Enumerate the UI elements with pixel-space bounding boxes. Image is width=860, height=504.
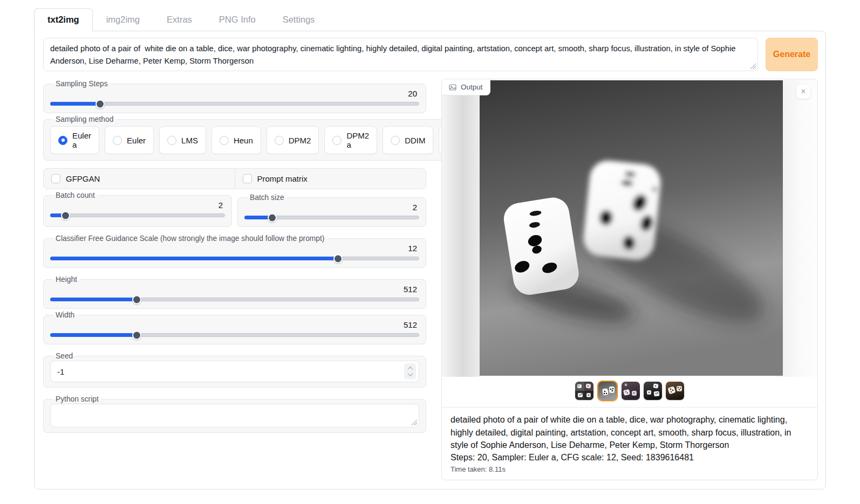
width-slider[interactable] [50, 330, 419, 339]
slider-thumb[interactable] [268, 213, 277, 222]
slider-fill [50, 102, 100, 106]
radio-label: DDIM [405, 136, 425, 145]
height-slider[interactable] [50, 295, 419, 303]
caption-time-taken: Time taken: 8.11s [451, 465, 809, 473]
radio-ddim[interactable]: DDIM [383, 126, 433, 154]
sampling-steps-value: 20 [50, 88, 419, 99]
slider-thumb[interactable] [333, 254, 343, 263]
generation-info: detailed photo of a pair of white die on… [442, 408, 817, 480]
gallery-left-blur [442, 80, 480, 377]
radio-label: Euler a [72, 131, 91, 149]
sampling-group: Sampling Steps 20 Sampling method [43, 80, 426, 161]
batch-count-label: Batch count [52, 191, 98, 199]
python-script-label: Python script [52, 395, 102, 403]
close-gallery-button[interactable]: × [796, 85, 810, 99]
checkbox-icon[interactable] [243, 174, 252, 183]
radio-icon [113, 136, 122, 145]
radio-label: Heun [234, 136, 253, 145]
batch-count-slider[interactable] [50, 211, 225, 219]
output-panel: Output × [441, 79, 818, 480]
width-value: 512 [50, 320, 419, 330]
cfg-scale-value: 12 [50, 243, 419, 254]
batch-size-label: Batch size [247, 194, 288, 202]
tab-extras[interactable]: Extras [153, 8, 206, 31]
radio-euler[interactable]: Euler [105, 126, 154, 154]
gallery-thumbnails [442, 377, 817, 407]
gallery-thumbnail-3[interactable] [622, 382, 640, 400]
batch-size-group: Batch size 2 [237, 194, 426, 227]
stable-diffusion-webui: txt2img img2img Extras PNG Info Settings… [0, 0, 860, 489]
slider-fill [50, 213, 66, 217]
radio-label: LMS [181, 136, 198, 145]
width-group: Width 512 [43, 311, 426, 344]
radio-icon [332, 136, 342, 145]
prompt-matrix-checkbox[interactable]: Prompt matrix [235, 169, 426, 189]
gallery-thumbnail-5[interactable] [666, 382, 684, 400]
gfpgan-checkbox[interactable]: GFPGAN [44, 169, 235, 189]
python-script-group: Python script [43, 395, 426, 433]
height-value: 512 [50, 284, 419, 295]
radio-dpm2[interactable]: DPM2 [267, 126, 319, 154]
gallery-thumbnail-1[interactable] [575, 382, 593, 400]
batch-count-group: Batch count 2 [43, 191, 232, 227]
sampling-steps-group: Sampling Steps 20 [43, 80, 426, 113]
seed-group: Seed [43, 352, 426, 388]
slider-track[interactable] [50, 102, 419, 106]
radio-icon [220, 136, 229, 145]
seed-group-wrap: Seed [43, 352, 426, 388]
caption-prompt: detailed photo of a pair of white die on… [451, 413, 809, 452]
radio-label: DPM2 a [346, 131, 369, 149]
height-group: Height 512 [43, 275, 426, 309]
slider-thumb[interactable] [61, 211, 70, 220]
cfg-scale-slider[interactable] [50, 254, 419, 263]
caption-params: Steps: 20, Sampler: Euler a, CFG scale: … [451, 453, 809, 462]
radio-lms[interactable]: LMS [159, 126, 206, 154]
output-column: Output × [441, 79, 818, 480]
radio-icon [167, 136, 176, 145]
prompt-box: detailed photo of a pair of white die on… [43, 38, 758, 71]
seed-input[interactable] [57, 367, 404, 376]
output-gallery: Output × [442, 79, 817, 408]
radio-icon [391, 136, 400, 145]
generated-dice-image [480, 80, 783, 376]
chevron-down-icon[interactable] [407, 371, 413, 376]
slider-thumb[interactable] [132, 330, 141, 340]
python-script-box [50, 404, 419, 427]
height-label: Height [52, 275, 80, 284]
tab-settings[interactable]: Settings [269, 8, 329, 31]
slider-track[interactable] [50, 213, 225, 217]
python-script-input[interactable] [51, 404, 419, 427]
sampling-steps-slider[interactable] [50, 99, 419, 108]
radio-euler-a[interactable]: Euler a [50, 126, 99, 154]
batch-size-slider[interactable] [244, 213, 419, 222]
output-label: Output [461, 83, 483, 91]
image-icon [449, 84, 456, 91]
gallery-thumbnail-4[interactable] [644, 382, 662, 400]
tab-img2img[interactable]: img2img [93, 8, 153, 31]
sampling-method-group: Sampling method Euler a Euler [43, 115, 498, 161]
seed-label: Seed [52, 352, 76, 360]
generate-button[interactable]: Generate [766, 38, 818, 71]
tab-png-info[interactable]: PNG Info [206, 8, 269, 31]
checkbox-icon[interactable] [51, 174, 60, 183]
number-spinner[interactable] [404, 363, 416, 379]
batch-size-value: 2 [244, 202, 419, 213]
radio-heun[interactable]: Heun [211, 126, 261, 154]
cfg-scale-group: Classifier Free Guidance Scale (how stro… [43, 234, 426, 268]
cfg-group-wrap: Classifier Free Guidance Scale (how stro… [43, 234, 426, 268]
radio-dpm2-a[interactable]: DPM2 a [324, 126, 377, 154]
script-group-wrap: Python script [43, 395, 426, 433]
tab-txt2img[interactable]: txt2img [34, 8, 93, 31]
slider-fill [50, 298, 137, 301]
slider-thumb[interactable] [132, 295, 141, 304]
output-header: Output [442, 79, 490, 95]
radio-label: Euler [127, 136, 146, 145]
seed-input-wrap [50, 361, 419, 382]
sampling-steps-label: Sampling Steps [52, 80, 111, 88]
radio-icon [275, 136, 284, 145]
dimensions-group: Height 512 Width 512 [43, 275, 426, 344]
slider-thumb[interactable] [95, 99, 105, 108]
gallery-thumbnail-2-selected[interactable] [597, 381, 618, 401]
slider-fill [50, 333, 137, 337]
prompt-input[interactable]: detailed photo of a pair of white die on… [50, 43, 751, 65]
